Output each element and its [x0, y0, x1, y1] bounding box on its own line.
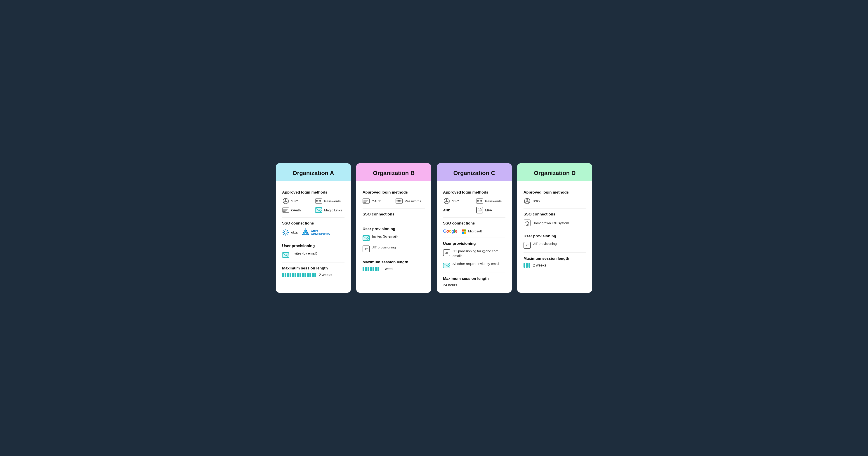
sso-icon — [282, 197, 289, 205]
sso-label: SSO — [291, 199, 298, 203]
password-icon — [396, 197, 403, 205]
password-label: Passwords — [405, 199, 421, 203]
org-b-session-bar — [363, 267, 379, 271]
bar-segment — [528, 263, 530, 268]
method-password: Passwords — [476, 197, 505, 205]
org-b-header: Organization B — [356, 163, 431, 181]
magic-icon — [315, 206, 322, 214]
invite-prov-label: All other require Invite by email — [453, 261, 499, 266]
svg-text:JIT: JIT — [365, 248, 368, 251]
method-sso: SSO — [524, 197, 553, 205]
svg-line-57 — [445, 201, 446, 202]
org-b-sso-section: SSO connections — [363, 208, 425, 223]
org-a-sso-section: SSO connections okta AzureActive Directo… — [282, 218, 344, 240]
svg-point-81 — [525, 202, 526, 203]
org-a-prov-section: User provisioning Invites (by email) — [282, 240, 344, 262]
svg-rect-65 — [478, 201, 479, 202]
svg-rect-59 — [476, 199, 483, 203]
sso-azure: AzureActive Directory — [302, 228, 330, 236]
org-a-session-bar — [282, 273, 316, 278]
org-a-methods-grid: SSO Passwords OAuth Magic Links — [282, 197, 344, 214]
org-b-session-value: 1 week — [382, 267, 394, 271]
oauth-icon — [282, 206, 289, 214]
prov-jit: JIT JIT provisioning for @abc.com emails — [443, 249, 505, 258]
bar-segment — [282, 273, 284, 278]
org-d-session-title: Maximum session length — [524, 256, 586, 261]
password-icon — [315, 197, 322, 205]
okta-sso-label: okta — [291, 230, 298, 234]
svg-rect-46 — [399, 201, 400, 202]
mfa-label: MFA — [485, 208, 492, 212]
svg-text:JIT: JIT — [445, 252, 448, 254]
svg-rect-12 — [320, 200, 321, 201]
sso-icon — [443, 197, 450, 205]
org-d-prov-section: User provisioning JIT JIT provisioning — [524, 230, 586, 253]
svg-rect-13 — [316, 201, 317, 202]
method-oauth: OAuth — [282, 206, 311, 214]
org-d-login-title: Approved login methods — [524, 190, 586, 195]
magic-label: Magic Links — [324, 208, 342, 212]
org-b-sso-title: SSO connections — [363, 212, 425, 217]
org-a-sso-title: SSO connections — [282, 221, 344, 226]
method-oauth: OAuth — [363, 197, 392, 205]
svg-rect-11 — [319, 200, 320, 201]
card-org-c: Organization CApproved login methods SSO — [437, 163, 512, 293]
org-d-sso-section: SSO connections Homegrown IDP system — [524, 208, 586, 230]
svg-point-22 — [284, 231, 287, 234]
svg-rect-14 — [317, 201, 318, 202]
home-sso-label: Homegrown IDP system — [532, 221, 569, 225]
org-c-login-section: Approved login methods SSO Password — [443, 187, 505, 218]
sso-google: Google — [443, 229, 457, 234]
org-a-login-section: Approved login methods SSO Password — [282, 187, 344, 218]
svg-line-30 — [283, 234, 284, 235]
card-org-d: Organization DApproved login methods SSO… — [517, 163, 592, 293]
invite-prov-label: Invites (by email) — [291, 251, 317, 256]
svg-line-29 — [287, 230, 288, 231]
bar-segment — [365, 267, 367, 271]
bar-segment — [368, 267, 369, 271]
method-magic: Magic Links — [315, 206, 344, 214]
jit-prov-label: JIT provisioning — [533, 241, 557, 246]
svg-line-27 — [283, 230, 284, 231]
org-b-methods-grid: OAuth Passwords — [363, 197, 425, 205]
home-sso-icon — [524, 219, 531, 227]
org-b-prov-section: User provisioning Invites (by email) JIT… — [363, 223, 425, 256]
bar-segment — [285, 273, 286, 278]
jit-prov-icon: JIT — [443, 249, 450, 256]
method-password: Passwords — [396, 197, 425, 205]
svg-point-52 — [446, 200, 447, 202]
svg-rect-77 — [443, 263, 450, 268]
org-c-sso-list: Google Microsoft — [443, 228, 505, 234]
oauth-label: OAuth — [372, 199, 381, 203]
bar-segment — [524, 263, 525, 268]
org-a-login-title: Approved login methods — [282, 190, 344, 195]
svg-point-82 — [529, 202, 530, 203]
org-c-sso-title: SSO connections — [443, 221, 505, 226]
org-d-session-section: Maximum session length2 weeks — [524, 253, 586, 268]
org-c-prov-section: User provisioning JIT JIT provisioning f… — [443, 238, 505, 273]
oauth-icon — [363, 197, 370, 205]
oauth-label: OAuth — [291, 208, 301, 212]
org-d-sso-list: Homegrown IDP system — [524, 219, 586, 227]
svg-rect-64 — [477, 201, 478, 202]
svg-point-79 — [526, 200, 528, 202]
org-d-prov-list: JIT JIT provisioning — [524, 241, 586, 249]
org-d-header: Organization D — [517, 163, 592, 181]
svg-rect-48 — [363, 235, 370, 240]
invite-prov-icon — [443, 262, 450, 269]
prov-invite: Invites (by email) — [363, 234, 425, 242]
svg-point-73 — [479, 210, 480, 210]
org-a-session-title: Maximum session length — [282, 266, 344, 270]
org-c-methods-grid: SSO PasswordsAND MFA — [443, 197, 505, 214]
org-b-prov-title: User provisioning — [363, 227, 425, 231]
sso-label: SSO — [532, 199, 540, 203]
okta-sso-icon — [282, 229, 289, 236]
method-sso: SSO — [443, 197, 472, 205]
svg-rect-41 — [398, 200, 399, 201]
sso-microsoft: Microsoft — [462, 228, 482, 234]
org-c-session-title: Maximum session length — [443, 276, 505, 281]
bar-segment — [294, 273, 296, 278]
invite-prov-icon — [363, 234, 370, 242]
svg-rect-42 — [399, 200, 400, 201]
method-and: AND — [443, 206, 472, 214]
